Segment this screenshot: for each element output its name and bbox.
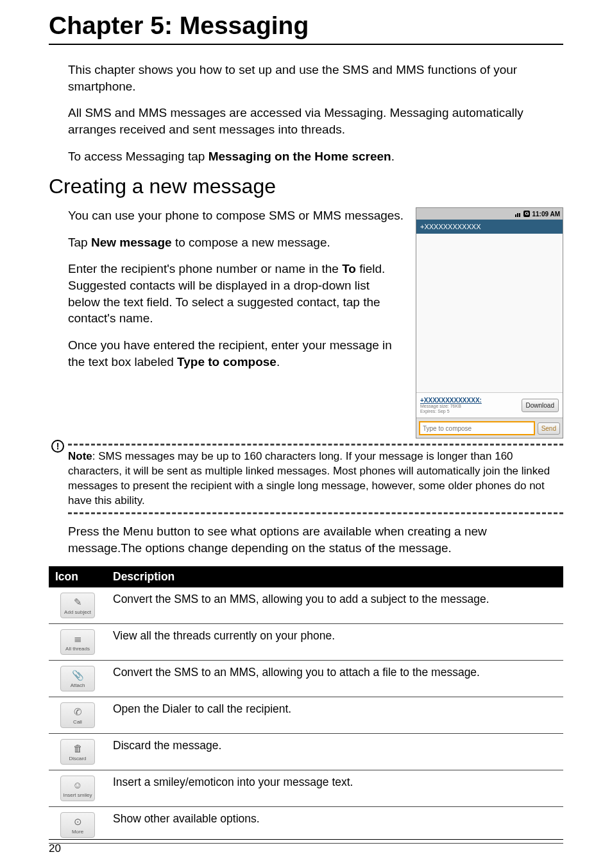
phone-screenshot: G 11:09 AM +XXXXXXXXXXXX +XXXXXXXXXXXXX:… [416,207,563,438]
section-text-column: You can use your phone to compose SMS or… [68,207,404,438]
network-g-badge: G [523,211,530,217]
to-field[interactable]: +XXXXXXXXXXXX [416,220,563,234]
menu-more[interactable]: ⊙More [60,812,95,838]
menu-call[interactable]: ✆Call [60,702,95,728]
mms-expires: Expires: Sep 5 [420,409,522,414]
table-row: ✆Call Open the Dialer to call the recipi… [49,697,563,734]
options-table: Icon Description ✎Add subject Convert th… [49,566,563,844]
section-title: Creating a new message [49,175,563,198]
section-p2-suffix: to compose a new message. [172,236,330,249]
section-p2-bold: New message [91,236,172,249]
intro-p3-prefix: To access Messaging tap [68,150,208,163]
section-p3: Enter the recipient's phone number or na… [68,261,404,327]
menu-label: Insert smiley [64,792,92,798]
phone-icon: ✆ [72,706,83,718]
note-block: ! Note: SMS messages may be up to 160 ch… [68,444,563,514]
page-number: 20 [49,842,61,855]
intro-p3-suffix: . [391,150,395,163]
mms-notification-row[interactable]: +XXXXXXXXXXXXX: Message size: 76KB Expir… [416,392,563,418]
table-row: 📎Attach Convert the SMS to an MMS, allow… [49,661,563,697]
table-row: ⊙More Show other available options. [49,807,563,844]
status-bar: G 11:09 AM [416,208,563,220]
section-p4-bold: Type to compose [177,355,276,369]
table-desc: Show other available options. [106,807,563,844]
intro-p3-bold: Messaging on the Home screen [208,150,391,163]
intro-paragraph-2: All SMS and MMS messages are accessed vi… [68,105,563,137]
section-p2: Tap New message to compose a new message… [68,234,404,251]
table-header-icon: Icon [49,566,106,587]
pencil-icon: ✎ [72,596,83,608]
mms-info: +XXXXXXXXXXXXX: Message size: 76KB Expir… [420,397,522,413]
compose-input[interactable] [419,421,535,435]
section-p4: Once you have entered the recipient, ent… [68,337,404,370]
table-row: ≣All threads View all the threads curren… [49,624,563,661]
note-body: : SMS messages may be up to 160 characte… [68,450,550,507]
download-button[interactable]: Download [522,399,559,412]
table-desc: Open the Dialer to call the recipient. [106,697,563,734]
section-p3-bold: To [342,262,356,275]
section-p3-prefix: Enter the recipient's phone number or na… [68,262,342,275]
more-icon: ⊙ [72,816,83,828]
section-p2-prefix: Tap [68,236,91,249]
intro-paragraph-1: This chapter shows you how to set up and… [68,62,563,94]
table-header-description: Description [106,566,563,587]
table-row: ☺Insert smiley Insert a smiley/emoticon … [49,770,563,807]
menu-attach[interactable]: 📎Attach [60,666,95,691]
chapter-title: Chapter 5: Messaging [49,12,563,45]
paperclip-icon: 📎 [72,670,83,681]
section-p1: You can use your phone to compose SMS or… [68,207,404,224]
mms-from: +XXXXXXXXXXXXX: [420,397,522,404]
status-time: 11:09 AM [532,211,560,218]
note-bottom-divider [68,512,563,514]
menu-insert-smiley[interactable]: ☺Insert smiley [60,776,95,801]
trash-icon: 🗑 [72,743,83,754]
signal-icon [515,211,522,217]
table-desc: View all the threads currently on your p… [106,624,563,661]
menu-label: More [72,829,83,835]
menu-all-threads[interactable]: ≣All threads [60,629,95,655]
page-footer: 20 [49,839,563,855]
table-row: 🗑Discard Discard the message. [49,734,563,770]
menu-label: Add subject [64,609,91,615]
menu-discard[interactable]: 🗑Discard [60,739,95,765]
send-button[interactable]: Send [538,422,560,435]
alert-icon: ! [51,440,64,453]
table-desc: Convert the SMS to an MMS, allowing you … [106,587,563,624]
threads-icon: ≣ [72,633,83,645]
table-desc: Convert the SMS to an MMS, allowing you … [106,661,563,697]
table-desc: Insert a smiley/emoticon into your messa… [106,770,563,807]
menu-label: Attach [71,682,85,688]
thread-area [416,234,563,392]
note-top-divider [68,444,563,446]
note-label: Note [68,450,92,462]
menu-label: Call [73,719,82,725]
table-desc: Discard the message. [106,734,563,770]
smiley-icon: ☺ [72,779,83,791]
menu-label: Discard [69,756,86,761]
after-note-paragraph: Press the Menu button to see what option… [68,523,563,556]
note-text: Note: SMS messages may be up to 160 char… [68,449,563,508]
table-row: ✎Add subject Convert the SMS to an MMS, … [49,587,563,624]
mms-size: Message size: 76KB [420,404,522,409]
intro-paragraph-3: To access Messaging tap Messaging on the… [68,148,563,165]
menu-label: All threads [65,646,90,652]
section-p4-suffix: . [276,355,280,369]
compose-row: Send [416,418,563,438]
menu-add-subject[interactable]: ✎Add subject [60,593,95,618]
